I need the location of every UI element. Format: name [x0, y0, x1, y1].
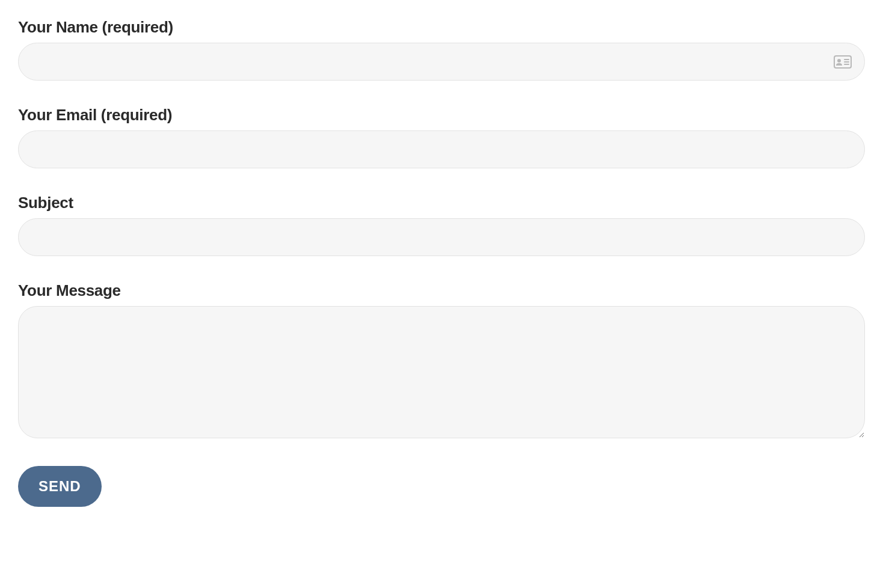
name-input[interactable]: [18, 43, 865, 81]
message-textarea[interactable]: [18, 306, 865, 438]
subject-field-group: Subject: [18, 194, 865, 256]
email-input-wrapper: [18, 130, 865, 168]
subject-label: Subject: [18, 194, 865, 212]
name-field-group: Your Name (required): [18, 18, 865, 81]
name-input-wrapper: [18, 43, 865, 81]
contact-form: Your Name (required) Your Email (require…: [18, 18, 865, 507]
message-field-group: Your Message: [18, 281, 865, 441]
email-label: Your Email (required): [18, 106, 865, 124]
message-label: Your Message: [18, 281, 865, 300]
email-field-group: Your Email (required): [18, 106, 865, 168]
name-label: Your Name (required): [18, 18, 865, 37]
email-input[interactable]: [18, 130, 865, 168]
send-button[interactable]: SEND: [18, 466, 102, 507]
subject-input[interactable]: [18, 218, 865, 256]
subject-input-wrapper: [18, 218, 865, 256]
